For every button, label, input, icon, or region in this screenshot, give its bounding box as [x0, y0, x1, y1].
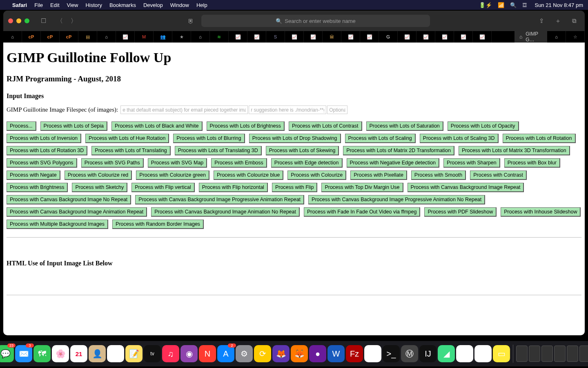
- process-button-6[interactable]: Process with Lots of Opacity: [448, 121, 519, 131]
- menu-view[interactable]: View: [67, 2, 78, 8]
- dock-app-word[interactable]: W: [327, 345, 345, 362]
- process-button-3[interactable]: Process with Lots of Brightness: [207, 121, 285, 131]
- wifi-icon[interactable]: 📶: [498, 2, 504, 8]
- fav-item-4[interactable]: ▤: [78, 31, 97, 43]
- process-button-31[interactable]: Process with Colourize blue: [214, 171, 283, 180]
- fav-item-24[interactable]: 📈: [454, 31, 473, 43]
- menu-window[interactable]: Window: [170, 2, 189, 8]
- dock-minimized-window-3[interactable]: [554, 346, 566, 362]
- fav-item-end-1[interactable]: ⌂: [547, 31, 566, 43]
- process-button-41[interactable]: Process with Top Div Margin Use: [321, 183, 403, 192]
- process-button-40[interactable]: Process with Flip: [272, 183, 317, 192]
- process-button-15[interactable]: Process with Lots of Translating: [91, 146, 170, 155]
- fav-item-10[interactable]: ⌂: [191, 31, 210, 43]
- dock-app-photos[interactable]: 🌸: [52, 345, 69, 362]
- process-button-24[interactable]: Process with Edge detection: [271, 158, 343, 168]
- menu-bookmarks[interactable]: Bookmarks: [109, 2, 136, 8]
- fav-item-11[interactable]: ≋: [210, 31, 229, 43]
- dock-app-tor[interactable]: ●: [309, 345, 326, 362]
- process-button-27[interactable]: Process with Box blur: [504, 158, 560, 168]
- fav-item-19[interactable]: 📈: [360, 31, 379, 43]
- tab-overview-icon[interactable]: ⧉: [568, 15, 580, 27]
- dock-app-podcasts[interactable]: ◉: [180, 345, 198, 362]
- dock-app-maps[interactable]: 🗺: [33, 345, 51, 362]
- dock-minimized-window-0[interactable]: [516, 346, 528, 362]
- fav-item-22[interactable]: 📈: [416, 31, 435, 43]
- dock-app-settings[interactable]: ⚙︎: [236, 345, 253, 362]
- address-bar[interactable]: 🔍 Search or enter website name: [201, 15, 430, 27]
- process-button-29[interactable]: Process with Colourize red: [65, 171, 132, 180]
- process-button-0[interactable]: Process...: [7, 121, 36, 131]
- dock-app-appstore[interactable]: A: [217, 345, 234, 362]
- dock-app-intellij[interactable]: IJ: [419, 345, 437, 362]
- fav-item-15[interactable]: 📈: [285, 31, 304, 43]
- fav-item-23[interactable]: 📈: [435, 31, 454, 43]
- process-button-19[interactable]: Process with Lots of Matrix 3D Transform…: [459, 146, 570, 155]
- process-button-5[interactable]: Process with Lots of Saturation: [366, 121, 443, 131]
- process-button-37[interactable]: Process with Sketchy: [72, 183, 127, 192]
- forward-button[interactable]: 〉: [68, 15, 79, 27]
- process-button-44[interactable]: Process with Canvas Background Image Pro…: [135, 195, 304, 204]
- fav-gmail-icon[interactable]: M: [135, 31, 154, 43]
- process-button-14[interactable]: Process with Lots of Rotation 3D: [7, 146, 87, 155]
- process-button-39[interactable]: Process with Flip horizontal: [199, 183, 268, 192]
- process-button-22[interactable]: Process with SVG Map: [148, 158, 207, 168]
- dock-app-ccc[interactable]: ⟳: [254, 345, 271, 362]
- process-button-26[interactable]: Process with Sharpen: [443, 158, 500, 168]
- filespec-input-3[interactable]: [327, 105, 347, 114]
- menu-help[interactable]: Help: [196, 2, 207, 8]
- fav-item-16[interactable]: 📈: [304, 31, 323, 43]
- process-button-52[interactable]: Process with Random Border Images: [112, 220, 204, 229]
- process-button-17[interactable]: Process with Lots of Skewing: [266, 146, 339, 155]
- dock-minimized-window-5[interactable]: [579, 346, 588, 362]
- menu-history[interactable]: History: [85, 2, 102, 8]
- dock-app-music[interactable]: ♫: [162, 345, 179, 362]
- fav-home-icon[interactable]: ⌂: [3, 31, 22, 43]
- process-button-2[interactable]: Process with Lots of Black and White: [111, 121, 203, 131]
- dock-app-mail[interactable]: ✉️: [15, 345, 32, 362]
- fav-item-25[interactable]: 📈: [473, 31, 492, 43]
- process-button-25[interactable]: Process with Negative Edge detection: [347, 158, 440, 168]
- dock-app-notes[interactable]: 📝: [125, 345, 143, 362]
- menu-develop[interactable]: Develop: [143, 2, 163, 8]
- dock-app-calendar[interactable]: 21: [70, 345, 87, 362]
- process-button-42[interactable]: Process with Canvas Background Image Rep…: [408, 183, 524, 192]
- process-button-11[interactable]: Process with Lots of Scaling: [345, 134, 416, 143]
- fav-item-12[interactable]: 📈: [229, 31, 247, 43]
- fav-star-icon[interactable]: ★: [172, 31, 191, 43]
- process-button-7[interactable]: Process with Lots of Inversion: [7, 134, 81, 143]
- dock-app-firefox[interactable]: 🦊: [291, 345, 308, 362]
- process-button-50[interactable]: Process with Inhouse Slideshow: [501, 207, 581, 217]
- process-button-47[interactable]: Process with Canvas Background Image Ani…: [151, 207, 300, 217]
- dock-app-stickies[interactable]: ▭: [493, 345, 510, 362]
- process-button-16[interactable]: Process with Lots of Translating 3D: [175, 146, 262, 155]
- process-button-18[interactable]: Process with Lots of Matrix 2D Transform…: [343, 146, 454, 155]
- process-button-34[interactable]: Process with Smooth: [411, 171, 466, 180]
- fav-google-icon[interactable]: G: [379, 31, 398, 43]
- process-button-10[interactable]: Process with Lots of Drop Shadowing: [249, 134, 341, 143]
- process-button-46[interactable]: Process with Canvas Background Image Ani…: [7, 207, 147, 217]
- spotlight-icon[interactable]: 🔍: [510, 2, 517, 8]
- filespec-input-1[interactable]: [120, 105, 248, 114]
- process-button-43[interactable]: Process with Canvas Background Image No …: [7, 195, 131, 204]
- dock-minimized-window-1[interactable]: [529, 346, 540, 362]
- process-button-13[interactable]: Process with Lots of Rotation: [503, 134, 576, 143]
- close-window-button[interactable]: [8, 18, 13, 23]
- dock-app-android[interactable]: ◢: [438, 345, 455, 362]
- fav-item-21[interactable]: 📈: [398, 31, 416, 43]
- battery-icon[interactable]: 🔋⚡: [479, 2, 492, 8]
- menu-file[interactable]: File: [34, 2, 43, 8]
- process-button-30[interactable]: Process with Colourize green: [136, 171, 209, 180]
- zoom-window-button[interactable]: [24, 18, 29, 23]
- process-button-51[interactable]: Process with Multiple Background Images: [7, 220, 108, 229]
- dock-app-contacts[interactable]: 👤: [89, 345, 106, 362]
- process-button-38[interactable]: Process with Flip vertical: [131, 183, 195, 192]
- process-button-21[interactable]: Process with SVG Paths: [81, 158, 144, 168]
- dock-app-terminal[interactable]: >_: [383, 345, 400, 362]
- dock-app-voice[interactable]: 🎙: [474, 345, 492, 362]
- process-button-4[interactable]: Process with Lots of Contrast: [289, 121, 362, 131]
- control-center-icon[interactable]: ☲: [522, 2, 527, 8]
- process-button-12[interactable]: Process with Lots of Scaling 3D: [420, 134, 499, 143]
- dock-minimized-window-4[interactable]: [567, 346, 578, 362]
- filespec-input-2[interactable]: [249, 105, 326, 114]
